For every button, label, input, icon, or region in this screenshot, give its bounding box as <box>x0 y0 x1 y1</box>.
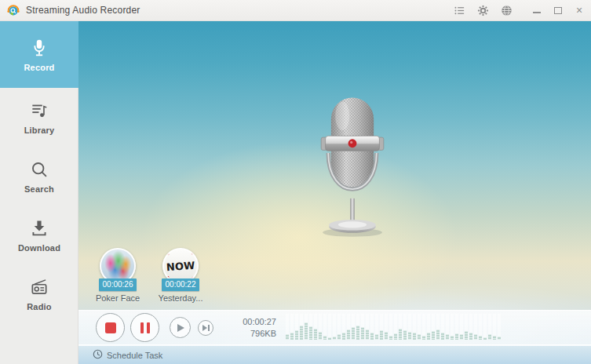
waveform-bar <box>399 314 402 340</box>
sidebar-item-label: Radio <box>27 302 52 311</box>
app-logo-icon <box>6 3 20 17</box>
minimize-button[interactable] <box>531 5 542 16</box>
recordings-list: 00:00:26Poker FaceNOW00:00:22Yesterday..… <box>93 248 206 303</box>
sidebar-item-search[interactable]: Search <box>0 147 78 206</box>
menu-list-icon[interactable] <box>453 4 465 16</box>
language-globe-icon[interactable] <box>500 4 513 16</box>
close-button[interactable]: × <box>574 5 585 16</box>
waveform-bar <box>460 314 463 340</box>
sidebar-item-radio[interactable]: Radio <box>0 264 78 323</box>
waveform-bar <box>314 314 317 340</box>
sidebar-item-label: Download <box>18 243 60 253</box>
app-title: Streaming Audio Recorder <box>26 5 140 16</box>
waveform-bar <box>370 314 374 340</box>
music-list-icon <box>29 100 49 121</box>
play-icon <box>177 324 184 332</box>
waveform-bar <box>389 314 392 340</box>
sidebar-item-record[interactable]: Record <box>0 21 78 88</box>
waveform-bar <box>455 314 458 340</box>
schedule-task-label: Schedule Task <box>107 351 162 360</box>
waveform-bar <box>446 314 449 340</box>
schedule-task-button[interactable]: Schedule Task <box>93 349 162 361</box>
stop-button[interactable] <box>96 313 125 342</box>
waveform-bar <box>323 314 327 340</box>
statusbar: Schedule Task <box>78 345 591 364</box>
waveform-bar <box>403 314 407 340</box>
waveform-bar <box>295 314 298 340</box>
recording-item[interactable]: 00:00:26Poker Face <box>93 248 143 303</box>
waveform-bar <box>300 314 303 340</box>
magnifier-icon <box>29 159 49 180</box>
waveform-bar <box>361 314 364 340</box>
waveform-bar <box>469 314 472 340</box>
waveform-bar <box>356 314 359 340</box>
sidebar-item-download[interactable]: Download <box>0 206 78 264</box>
waveform-bar <box>342 314 345 340</box>
elapsed-time: 00:00:27 <box>235 316 276 328</box>
waveform-bar <box>366 314 369 340</box>
waveform-bar <box>290 314 294 340</box>
waveform-bar <box>319 314 322 340</box>
settings-gear-icon[interactable] <box>476 4 489 16</box>
waveform-bar <box>385 314 388 340</box>
next-button[interactable] <box>198 320 213 336</box>
waveform-bar <box>493 314 496 340</box>
waveform-bar <box>479 314 482 340</box>
recording-time-info: 00:00:27 796KB <box>235 316 276 340</box>
waveform-bar <box>436 314 440 340</box>
skip-next-icon <box>202 325 210 331</box>
recording-title: Yesterday... <box>159 293 203 303</box>
waveform-bar <box>333 314 336 340</box>
waveform-bar <box>380 314 383 340</box>
main-sky-background: 00:00:26Poker FaceNOW00:00:22Yesterday..… <box>78 21 591 364</box>
player-control-panel: 00:00:27 796KB <box>78 310 591 345</box>
waveform-bar <box>498 314 501 340</box>
clock-icon <box>93 349 103 361</box>
microphone-icon <box>29 38 49 58</box>
waveform-visualization <box>286 314 501 342</box>
waveform-bar <box>427 314 430 340</box>
sidebar-item-library[interactable]: Library <box>0 88 78 147</box>
waveform-bar <box>418 314 421 340</box>
album-art-text: NOW <box>166 259 195 272</box>
titlebar: Streaming Audio Recorder <box>0 0 591 21</box>
recording-title: Poker Face <box>96 293 140 303</box>
sidebar-item-label: Search <box>24 184 54 194</box>
play-button[interactable] <box>170 317 191 338</box>
recording-item[interactable]: NOW00:00:22Yesterday... <box>155 248 206 303</box>
file-size: 796KB <box>235 328 276 340</box>
waveform-bar <box>422 314 425 340</box>
waveform-bar <box>474 314 477 340</box>
waveform-bar <box>375 314 378 340</box>
waveform-bar <box>286 314 289 340</box>
waveform-bar <box>441 314 444 340</box>
radio-icon <box>29 277 49 297</box>
waveform-bar <box>488 314 491 340</box>
waveform-bar <box>413 314 416 340</box>
sidebar-item-label: Library <box>24 126 55 135</box>
waveform-bar <box>432 314 435 340</box>
duration-badge: 00:00:26 <box>99 278 137 291</box>
waveform-bar <box>408 314 411 340</box>
sidebar: RecordLibrarySearchDownloadRadio <box>0 21 78 364</box>
waveform-bar <box>309 314 312 340</box>
waveform-bar <box>337 314 341 340</box>
pause-button[interactable] <box>130 313 159 342</box>
sidebar-item-label: Record <box>24 63 54 72</box>
waveform-bar <box>451 314 454 340</box>
waveform-bar <box>352 314 355 340</box>
duration-badge: 00:00:22 <box>162 278 200 291</box>
maximize-button[interactable] <box>553 5 564 16</box>
waveform-bar <box>465 314 468 340</box>
waveform-bar <box>394 314 397 340</box>
download-icon <box>29 218 49 238</box>
waveform-bar <box>483 314 487 340</box>
stop-icon <box>105 322 116 333</box>
vintage-microphone-illustration <box>301 93 403 242</box>
waveform-bar <box>347 314 350 340</box>
waveform-bar <box>328 314 331 340</box>
pause-icon <box>140 322 150 333</box>
waveform-bar <box>305 314 308 340</box>
